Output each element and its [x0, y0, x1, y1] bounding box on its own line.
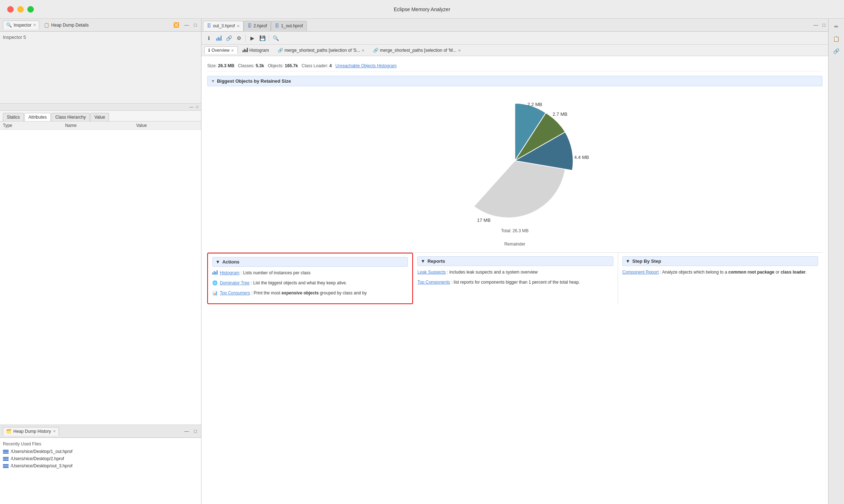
tab-attributes[interactable]: Attributes	[24, 113, 51, 121]
save-toolbar-icon[interactable]: 💾	[258, 34, 267, 42]
file-tab-1out[interactable]: 🗄 1_out.hprof	[271, 21, 307, 31]
classloader-label: Class Loader:	[301, 63, 328, 68]
link-toolbar-icon[interactable]: 🔗	[224, 34, 233, 42]
histogram-action-icon	[212, 270, 218, 275]
file-tab-maximize[interactable]: □	[821, 22, 827, 28]
col-type: Type	[0, 122, 62, 130]
gear-toolbar-icon[interactable]: ⚙	[235, 34, 243, 42]
heap-history-maximize-icon[interactable]: □	[192, 428, 198, 435]
pie-label-17: 17 MB	[477, 217, 491, 223]
top-components-link[interactable]: Top Components	[417, 280, 450, 285]
file-tab-actions: — □	[812, 22, 827, 28]
inspector-tab[interactable]: 🔍 Inspector ✕	[3, 20, 39, 29]
tab-statics[interactable]: Statics	[3, 113, 24, 121]
component-report-text: Component Report : Analyze objects which…	[622, 269, 807, 275]
far-right-toolbar: ✏ 📋 🔗	[828, 19, 844, 504]
heap-history-close-icon[interactable]: ✕	[53, 429, 56, 433]
file-tab-out3-close[interactable]: ✕	[237, 24, 240, 28]
heap-history-tab[interactable]: 🗂️ Heap Dump History ✕	[3, 427, 59, 436]
tab-merge-m-close[interactable]: ✕	[458, 49, 461, 52]
step-by-step-title: Step By Step	[632, 258, 661, 264]
tab-merge-s[interactable]: 🔗 merge_shortest_paths [selection of 'S.…	[274, 46, 368, 54]
heap-history-content: Recently Used Files /Users/nice/Desktop/…	[0, 438, 201, 504]
classloader-value: 4	[330, 63, 332, 68]
tab-value[interactable]: Value	[90, 113, 109, 121]
inspector-close-icon[interactable]: ✕	[33, 23, 36, 27]
consumers-link[interactable]: Top Consumers	[220, 290, 250, 295]
left-panel: 🔍 Inspector ✕ 📋 Heap Dump Details 🔀 — □ …	[0, 19, 201, 504]
histogram-link[interactable]: Histogram	[220, 270, 240, 275]
file-path-3: /Users/nice/Desktop/out_3.hprof	[11, 463, 72, 468]
file-tab-out3-icon: 🗄	[207, 23, 211, 28]
far-right-btn-3[interactable]: 🔗	[831, 46, 842, 56]
heap-history-minimize-icon[interactable]: —	[183, 428, 190, 435]
file-list-item-1[interactable]: /Users/nice/Desktop/1_out.hprof	[3, 448, 198, 455]
pie-label-2-2: 2.2 MB	[527, 102, 542, 107]
heap-dump-details-tab[interactable]: 📋 Heap Dump Details	[41, 21, 92, 29]
tab-merge-s-close[interactable]: ✕	[362, 49, 364, 52]
pie-label-2-7: 2.7 MB	[553, 111, 567, 117]
pie-chart: 2.7 MB 2.2 MB 4.4 MB 17 MB	[425, 96, 605, 225]
actions-panel: ▼ Actions Histogram : Lists number of	[207, 253, 413, 304]
far-right-btn-2[interactable]: 📋	[831, 34, 842, 44]
dominator-link[interactable]: Dominator Tree	[220, 280, 250, 285]
tab-overview-close[interactable]: ✕	[231, 49, 234, 52]
overview-info-icon: ℹ	[208, 48, 210, 53]
run-toolbar-icon[interactable]: ▶	[248, 34, 257, 42]
stats-bar: Size: 26.3 MB Classes: 5.3k Objects: 165…	[207, 60, 822, 72]
inspector-section: 🔍 Inspector ✕ 📋 Heap Dump Details 🔀 — □ …	[0, 19, 201, 425]
objects-label: Objects:	[268, 63, 283, 68]
reports-header[interactable]: ▼ Reports	[417, 256, 613, 266]
biggest-objects-title: Biggest Objects by Retained Size	[217, 78, 291, 84]
actions-header[interactable]: ▼ Actions	[212, 257, 408, 267]
chart-toolbar-icon[interactable]	[214, 34, 223, 42]
far-right-btn-1[interactable]: ✏	[831, 22, 842, 32]
classes-value: 5.3k	[256, 63, 264, 68]
db-icon-2	[3, 457, 9, 461]
leak-suspects-desc: : includes leak suspects and a system ov…	[447, 270, 537, 275]
unreachable-link[interactable]: Unreachable Objects Histogram	[335, 63, 396, 68]
minimize-button[interactable]	[17, 6, 24, 13]
inspector-move-icon[interactable]: 🔀	[172, 22, 181, 28]
inspector-table: Type Name Value	[0, 122, 201, 425]
db-icon-1	[3, 450, 9, 454]
close-button[interactable]	[7, 6, 14, 13]
file-list-item-3[interactable]: /Users/nice/Desktop/out_3.hprof	[3, 462, 198, 469]
biggest-objects-header[interactable]: ▼ Biggest Objects by Retained Size	[207, 76, 822, 86]
search-toolbar-icon[interactable]: 🔍	[271, 34, 280, 42]
file-tab-2[interactable]: 🗄 2.hprof	[244, 21, 271, 31]
report-top-components: Top Components : list reports for compon…	[417, 279, 613, 285]
inspector-minimize-icon[interactable]: —	[183, 22, 190, 28]
histogram-tab-icon	[242, 48, 248, 53]
tab-merge-s-label: merge_shortest_paths [selection of 'S...	[285, 48, 360, 53]
inspector-maximize-icon[interactable]: □	[192, 22, 198, 28]
file-tab-out3-label: out_3.hprof	[213, 23, 235, 28]
reports-title: Reports	[427, 258, 445, 264]
tab-histogram[interactable]: Histogram	[239, 46, 273, 54]
histogram-desc: : Lists number of instances per class	[241, 270, 310, 275]
pie-chart-wrapper: 2.7 MB 2.2 MB 4.4 MB 17 MB Total: 26.3 M…	[207, 89, 822, 240]
inspector-inner-tabs: Statics Attributes Class Hierarchy Value	[0, 111, 201, 122]
maximize-button[interactable]	[27, 6, 34, 13]
inspector-max-icon[interactable]: □	[195, 104, 200, 110]
biggest-objects-section: ▼ Biggest Objects by Retained Size	[207, 76, 822, 247]
file-tab-bar: 🗄 out_3.hprof ✕ 🗄 2.hprof 🗄 1_out.hprof …	[201, 19, 828, 32]
inspector-label: Inspector 5	[3, 35, 26, 40]
file-tab-minimize[interactable]: —	[812, 22, 820, 28]
reports-triangle-icon: ▼	[421, 258, 425, 264]
component-report-link[interactable]: Component Report	[622, 270, 659, 275]
remainder-label: Remainder	[207, 242, 822, 247]
file-tab-out3[interactable]: 🗄 out_3.hprof ✕	[203, 21, 244, 31]
heap-history-tab-label: Heap Dump History	[13, 429, 51, 434]
leak-suspects-link[interactable]: Leak Suspects	[417, 270, 446, 275]
tab-class-hierarchy[interactable]: Class Hierarchy	[51, 113, 90, 121]
tab-overview[interactable]: ℹ Overview ✕	[204, 46, 238, 54]
action-consumers-text: Top Consumers : Print the most expensive…	[220, 290, 367, 296]
step-by-step-header[interactable]: ▼ Step By Step	[622, 256, 818, 266]
tab-merge-m[interactable]: 🔗 merge_shortest_paths [selection of 'M.…	[369, 46, 464, 54]
window-controls[interactable]	[7, 6, 34, 13]
triangle-icon: ▼	[211, 79, 215, 83]
inspector-min-icon[interactable]: —	[188, 104, 195, 110]
info-toolbar-icon[interactable]: ℹ	[204, 34, 213, 42]
file-list-item-2[interactable]: /Users/nice/Desktop/2.hprof	[3, 455, 198, 462]
